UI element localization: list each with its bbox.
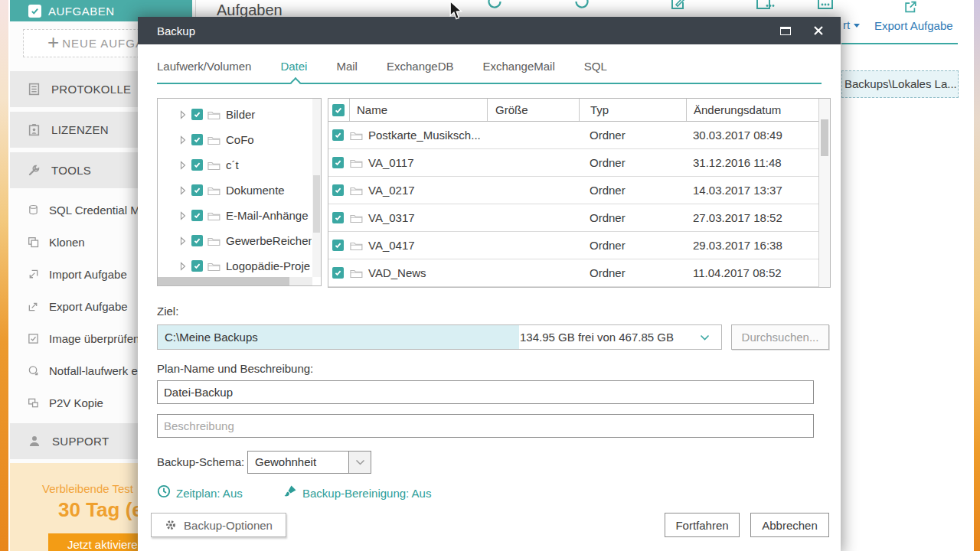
chevron-down-icon bbox=[355, 459, 365, 466]
dialog-tab[interactable]: Laufwerk/Volumen bbox=[157, 60, 251, 73]
tree-checkbox[interactable] bbox=[191, 134, 203, 145]
dialog-tab[interactable]: Mail bbox=[336, 60, 358, 73]
row-checkbox[interactable] bbox=[332, 129, 344, 141]
folder-icon bbox=[350, 240, 363, 251]
tree-horizontal-scrollbar[interactable] bbox=[158, 277, 312, 285]
gear-icon bbox=[165, 519, 177, 531]
edit-task-icon[interactable] bbox=[669, 0, 688, 11]
tree-item[interactable]: E-Mail-Anhänge bbox=[158, 203, 312, 228]
task-path-box[interactable]: Backups\Lokales La... bbox=[841, 70, 959, 98]
description-input[interactable] bbox=[157, 414, 814, 438]
browse-button[interactable]: Durchsuchen... bbox=[731, 324, 829, 350]
table-row[interactable]: VA_0417 Ordner 29.03.2017 16:38 bbox=[328, 232, 830, 259]
plan-name-input[interactable] bbox=[157, 380, 814, 404]
row-checkbox[interactable] bbox=[332, 212, 344, 223]
tree-checkbox[interactable] bbox=[191, 260, 203, 272]
tree-item[interactable]: GewerbeReichen bbox=[158, 228, 312, 253]
tree-checkbox[interactable] bbox=[191, 235, 203, 246]
tree-vertical-scrollbar[interactable] bbox=[312, 99, 321, 277]
dialog-tabs: Laufwerk/VolumenDateiMailExchangeDBExcha… bbox=[157, 44, 607, 83]
expand-arrow-icon[interactable] bbox=[180, 262, 186, 271]
file-name: VA_0117 bbox=[368, 156, 414, 169]
dialog-tab[interactable]: SQL bbox=[584, 60, 607, 73]
tree-item-label: c´t bbox=[226, 158, 239, 171]
file-type: Ordner bbox=[579, 211, 686, 224]
dialog-tab[interactable]: ExchangeDB bbox=[387, 60, 454, 73]
tree-item[interactable]: Bilder bbox=[158, 102, 312, 127]
file-name: Postkarte_Musiksch... bbox=[368, 129, 481, 142]
options-grid-icon[interactable] bbox=[816, 0, 835, 11]
expand-arrow-icon[interactable] bbox=[180, 236, 186, 246]
undo-icon[interactable] bbox=[573, 0, 591, 11]
table-scroll-thumb[interactable] bbox=[821, 119, 828, 156]
row-checkbox[interactable] bbox=[332, 240, 344, 251]
tree-checkbox[interactable] bbox=[191, 184, 203, 196]
column-header-size[interactable]: Größe bbox=[487, 99, 579, 121]
folder-icon bbox=[350, 130, 363, 141]
tree-item-label: CoFo bbox=[226, 133, 254, 146]
folder-icon bbox=[207, 261, 220, 272]
chevron-down-icon bbox=[854, 24, 860, 28]
table-body: Postkarte_Musiksch... Ordner 30.03.2017 … bbox=[328, 122, 830, 287]
target-combobox[interactable]: C:\Meine Backups 134.95 GB frei von 467.… bbox=[157, 324, 722, 350]
tree-item[interactable]: CoFo bbox=[158, 127, 312, 152]
column-header-modified[interactable]: Änderungsdatum bbox=[686, 99, 830, 121]
table-row[interactable]: Postkarte_Musiksch... Ordner 30.03.2017 … bbox=[328, 122, 830, 149]
maximize-button[interactable] bbox=[780, 27, 791, 35]
column-header-type[interactable]: Typ bbox=[579, 99, 686, 121]
export-task-icon[interactable] bbox=[903, 0, 918, 14]
more-actions-icon[interactable] bbox=[755, 0, 775, 11]
cleanup-toggle-link[interactable]: Backup-Bereinigung: Aus bbox=[302, 487, 431, 500]
tree-vertical-scroll-thumb[interactable] bbox=[313, 175, 320, 233]
expand-arrow-icon[interactable] bbox=[180, 186, 186, 195]
chevron-down-icon[interactable] bbox=[700, 334, 710, 341]
target-free-space: 134.95 GB frei von 467.85 GB bbox=[520, 325, 674, 349]
tree-item[interactable]: c´t bbox=[158, 152, 312, 178]
select-dropdown-button[interactable] bbox=[348, 452, 371, 473]
cancel-button[interactable]: Abbrechen bbox=[750, 513, 829, 537]
dialog-tab[interactable]: ExchangeMail bbox=[483, 60, 555, 73]
expand-arrow-icon[interactable] bbox=[180, 110, 186, 119]
dialog-tab[interactable]: Datei bbox=[280, 60, 307, 73]
cleanup-brush-icon bbox=[283, 484, 297, 498]
backup-schema-select[interactable]: Gewohnheit bbox=[247, 451, 371, 474]
expand-arrow-icon[interactable] bbox=[180, 211, 186, 220]
row-checkbox[interactable] bbox=[332, 267, 344, 279]
refresh-icon[interactable] bbox=[485, 0, 504, 11]
table-row[interactable]: VA_0317 Ordner 27.03.2017 18:52 bbox=[328, 204, 830, 232]
table-row[interactable]: VA_0117 Ordner 31.12.2016 11:48 bbox=[328, 149, 830, 177]
row-checkbox[interactable] bbox=[332, 184, 344, 196]
file-name: VA_0317 bbox=[368, 211, 415, 224]
person-icon bbox=[28, 435, 41, 448]
export-task-button[interactable]: Export Aufgabe bbox=[874, 19, 953, 32]
sidebar-item-label: SUPPORT bbox=[52, 435, 109, 448]
file-type: Ordner bbox=[579, 266, 686, 279]
table-row[interactable]: VAD_News Ordner 11.04.2017 08:52 bbox=[328, 259, 830, 287]
table-row[interactable]: VA_0217 Ordner 14.03.2017 13:37 bbox=[328, 177, 830, 204]
expand-arrow-icon[interactable] bbox=[180, 135, 186, 145]
target-path-value: C:\Meine Backups bbox=[165, 325, 258, 349]
tree-item[interactable]: Logopädie-Proje bbox=[158, 253, 312, 279]
tree-horizontal-scroll-thumb[interactable] bbox=[158, 277, 289, 285]
tree-checkbox[interactable] bbox=[191, 109, 203, 120]
tree-checkbox[interactable] bbox=[191, 210, 203, 221]
column-header-name[interactable]: Name bbox=[349, 99, 487, 121]
desktop-wallpaper-right bbox=[974, 0, 980, 551]
row-checkbox[interactable] bbox=[332, 157, 344, 168]
tree-item[interactable]: Dokumente bbox=[158, 178, 312, 203]
expand-arrow-icon[interactable] bbox=[180, 161, 186, 170]
toolbar-fragment-label: rt bbox=[843, 18, 850, 31]
continue-button[interactable]: Fortfahren bbox=[665, 513, 740, 537]
sidebar-item-label: AUFGABEN bbox=[48, 5, 115, 18]
dialog-titlebar[interactable]: Backup bbox=[138, 17, 841, 44]
tree-checkbox[interactable] bbox=[191, 159, 203, 171]
schedule-toggle-link[interactable]: Zeitplan: Aus bbox=[176, 487, 243, 500]
close-button[interactable] bbox=[813, 25, 824, 36]
file-modified-date: 30.03.2017 08:49 bbox=[686, 129, 830, 142]
toolbar-dropdown-fragment[interactable]: rt bbox=[843, 18, 860, 31]
database-icon bbox=[28, 204, 39, 216]
select-all-checkbox[interactable] bbox=[332, 104, 345, 116]
table-vertical-scrollbar[interactable] bbox=[818, 99, 830, 287]
backup-options-button[interactable]: Backup-Optionen bbox=[151, 513, 286, 537]
file-name: VA_0417 bbox=[368, 239, 415, 252]
